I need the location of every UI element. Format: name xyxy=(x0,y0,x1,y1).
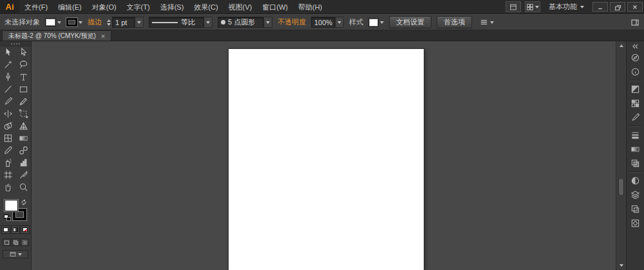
menu-item-0[interactable]: 文件(F) xyxy=(19,0,53,14)
draw-normal-button[interactable] xyxy=(3,238,11,246)
zoom-tool[interactable] xyxy=(15,181,31,193)
panel-gradient[interactable] xyxy=(627,142,644,156)
line-segment-tool[interactable] xyxy=(0,83,15,95)
fill-color-indicator[interactable] xyxy=(5,200,18,211)
stroke-weight-stepper[interactable] xyxy=(107,19,111,26)
slice-tool[interactable] xyxy=(15,169,31,181)
gradient-tool[interactable] xyxy=(15,132,31,144)
magic-wand-tool[interactable] xyxy=(0,59,15,71)
shape-builder-tool[interactable] xyxy=(0,120,15,132)
artboards-icon xyxy=(630,204,640,214)
paintbrush-tool[interactable] xyxy=(0,95,15,108)
bridge-button[interactable] xyxy=(506,1,521,12)
menu-item-6[interactable]: 视图(V) xyxy=(223,0,258,14)
free-transform-icon xyxy=(19,109,28,119)
width-profile-dropdown[interactable] xyxy=(204,17,213,28)
default-colors-button[interactable] xyxy=(4,215,11,221)
close-button[interactable] xyxy=(627,2,643,12)
panel-swatches[interactable] xyxy=(627,96,644,110)
none-button[interactable] xyxy=(21,226,30,234)
direct-selection-tool[interactable] xyxy=(15,46,31,59)
opacity-panel-link[interactable]: 不透明度 xyxy=(278,17,306,27)
toolbar-grip[interactable] xyxy=(0,41,31,46)
type-icon xyxy=(19,72,28,82)
color-button[interactable] xyxy=(1,226,10,234)
appearance-icon xyxy=(630,176,640,186)
panel-appearance[interactable] xyxy=(627,173,644,188)
control-panel-dock-button[interactable] xyxy=(630,18,639,27)
workspace-switcher[interactable]: 基本功能 xyxy=(542,2,591,12)
draw-inside-button[interactable] xyxy=(21,238,29,246)
panel-symbols[interactable] xyxy=(627,216,644,230)
menu-item-8[interactable]: 帮助(H) xyxy=(293,0,327,14)
scroll-thumb[interactable] xyxy=(618,178,624,196)
panel-info[interactable] xyxy=(627,64,644,79)
scroll-down-button[interactable] xyxy=(616,261,627,270)
control-panel-menu[interactable] xyxy=(477,18,497,26)
stroke-weight-field[interactable]: 1 pt xyxy=(112,17,135,28)
arrange-documents-button[interactable] xyxy=(525,1,540,12)
menu-item-2[interactable]: 对象(O) xyxy=(87,0,122,14)
opacity-dropdown[interactable] xyxy=(336,17,344,28)
menu-item-4[interactable]: 选择(S) xyxy=(155,0,189,14)
opacity-field[interactable]: 100% xyxy=(311,17,336,28)
type-tool[interactable] xyxy=(15,71,31,83)
pen-tool[interactable] xyxy=(0,71,15,83)
fill-color-swatch xyxy=(45,18,56,26)
draw-behind-button[interactable] xyxy=(12,238,20,246)
dock-separator xyxy=(629,126,642,126)
fill-color-dropdown[interactable] xyxy=(45,18,61,26)
panel-layers[interactable] xyxy=(627,188,644,202)
menu-item-5[interactable]: 效果(C) xyxy=(189,0,223,14)
stroke-panel-link[interactable]: 描边 xyxy=(88,17,102,27)
selection-tool[interactable] xyxy=(0,46,15,59)
draw-normal-icon xyxy=(4,240,10,246)
expand-panels-button[interactable] xyxy=(627,42,644,50)
panel-color[interactable] xyxy=(627,82,644,96)
screen-mode-button[interactable] xyxy=(3,250,28,258)
tab-close-button[interactable]: × xyxy=(101,33,105,39)
stroke-weight-combo[interactable]: 1 pt xyxy=(107,17,144,28)
document-setup-button[interactable]: 文档设置 xyxy=(389,16,431,28)
width-profile-combo[interactable]: 等比 xyxy=(149,17,213,28)
scroll-up-button[interactable] xyxy=(616,41,627,50)
preferences-button[interactable]: 首选项 xyxy=(437,16,472,28)
document-tab[interactable]: 未标题-2 @ 70% (CMYK/预览) × xyxy=(2,30,111,41)
canvas-area[interactable] xyxy=(32,41,616,270)
menu-item-1[interactable]: 编辑(E) xyxy=(53,0,87,14)
restore-button[interactable] xyxy=(610,2,625,12)
column-graph-tool[interactable] xyxy=(15,157,31,169)
panel-transparency[interactable] xyxy=(627,156,644,170)
panel-brushes[interactable] xyxy=(627,110,644,124)
swap-colors-button[interactable] xyxy=(21,199,27,206)
style-dropdown[interactable] xyxy=(368,18,384,27)
blend-tool[interactable] xyxy=(15,144,31,157)
symbol-sprayer-tool[interactable] xyxy=(0,157,15,169)
free-transform-tool[interactable] xyxy=(15,108,31,120)
lasso-tool[interactable] xyxy=(15,59,31,71)
menu-item-7[interactable]: 窗口(W) xyxy=(257,0,293,14)
gradient-button[interactable] xyxy=(11,226,20,234)
panel-artboards[interactable] xyxy=(627,202,644,216)
panel-stroke[interactable] xyxy=(627,128,644,142)
artboard[interactable] xyxy=(229,49,424,270)
lasso-icon xyxy=(19,60,28,70)
menu-item-3[interactable]: 文字(T) xyxy=(122,0,155,14)
pencil-tool[interactable] xyxy=(15,95,31,108)
width-tool[interactable] xyxy=(0,108,15,120)
brush-definition-combo[interactable]: 5 点圆形 xyxy=(218,17,272,28)
stroke-color-dropdown[interactable] xyxy=(66,18,82,26)
eyedropper-tool[interactable] xyxy=(0,144,15,157)
hand-tool[interactable] xyxy=(0,181,15,193)
opacity-combo[interactable]: 100% xyxy=(311,17,344,28)
panel-navigator[interactable] xyxy=(627,50,644,64)
perspective-grid-tool[interactable] xyxy=(15,120,31,132)
mesh-tool[interactable] xyxy=(0,132,15,144)
stepper-down-icon xyxy=(107,23,111,26)
artboard-tool[interactable] xyxy=(0,169,15,181)
stroke-weight-dropdown[interactable] xyxy=(135,17,144,28)
minimize-button[interactable] xyxy=(592,2,608,12)
brush-definition-dropdown[interactable] xyxy=(264,17,272,28)
vertical-scrollbar[interactable] xyxy=(616,41,626,270)
rectangle-tool[interactable] xyxy=(15,83,31,95)
